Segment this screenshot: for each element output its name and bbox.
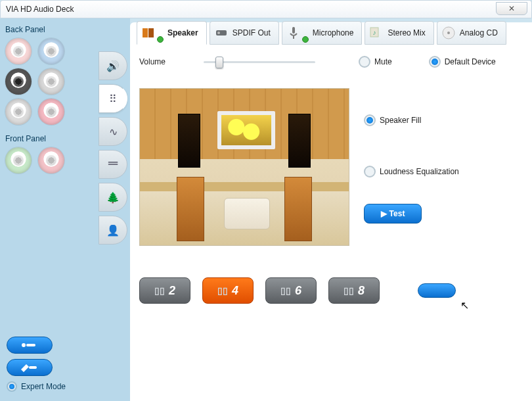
sidetab-channels[interactable]: ⠿ bbox=[99, 84, 127, 113]
check-icon bbox=[157, 36, 164, 43]
tab-speaker[interactable]: Speaker bbox=[137, 21, 207, 45]
front-port-1[interactable] bbox=[38, 147, 64, 174]
config-value: 8 bbox=[358, 284, 365, 298]
speaker-config-4[interactable]: ▯▯4 bbox=[202, 277, 254, 304]
svg-rect-1 bbox=[26, 344, 35, 346]
front-panel-label: Front Panel bbox=[5, 134, 93, 143]
sofa-icon bbox=[224, 198, 270, 229]
config-value: 6 bbox=[295, 284, 301, 298]
speaker-fill-label: Speaker Fill bbox=[380, 116, 421, 125]
config-value: 4 bbox=[232, 284, 238, 298]
connector-icon bbox=[20, 341, 39, 350]
expert-mode-toggle[interactable]: Expert Mode bbox=[7, 381, 66, 392]
speaker-rear-left-icon bbox=[178, 114, 200, 168]
svg-rect-4 bbox=[143, 28, 148, 37]
speakers-icon: ▯▯ bbox=[280, 285, 291, 296]
svg-rect-8 bbox=[292, 27, 295, 34]
slider-thumb[interactable] bbox=[215, 57, 223, 68]
back-panel-label: Back Panel bbox=[5, 25, 93, 34]
tab-label: Stereo Mix bbox=[388, 28, 425, 37]
loudness-eq-toggle[interactable]: Loudness Equalization bbox=[364, 166, 459, 177]
speakers-icon: ▯▯ bbox=[154, 285, 165, 296]
tools-button-2[interactable] bbox=[7, 359, 53, 376]
tab-label: Analog CD bbox=[460, 28, 498, 37]
back-port-0[interactable] bbox=[5, 38, 32, 64]
speaker-config-6[interactable]: ▯▯6 bbox=[265, 277, 317, 304]
mute-label: Mute bbox=[374, 57, 392, 66]
tab-stereomix[interactable]: ♪Stereo Mix bbox=[365, 21, 433, 45]
window-title: VIA HD Audio Deck bbox=[6, 5, 74, 14]
back-port-1[interactable] bbox=[38, 38, 64, 64]
close-icon: ✕ bbox=[508, 4, 515, 13]
close-button[interactable]: ✕ bbox=[496, 2, 527, 15]
analogcd-icon bbox=[441, 26, 456, 40]
config-value: 2 bbox=[169, 284, 175, 298]
back-port-5[interactable] bbox=[38, 99, 64, 125]
expert-mode-radio bbox=[7, 381, 17, 392]
sidetab-eq[interactable]: 𝍡 bbox=[99, 150, 127, 179]
sidetab-room[interactable]: 👤 bbox=[99, 216, 127, 245]
pen-icon bbox=[20, 363, 39, 372]
speaker-fill-toggle[interactable]: Speaker Fill bbox=[364, 114, 459, 126]
default-device-toggle[interactable]: Default Device bbox=[429, 56, 496, 68]
tools-button-1[interactable] bbox=[7, 337, 53, 354]
speaker-icon bbox=[141, 26, 156, 40]
volume-icon: 🔊 bbox=[106, 60, 120, 72]
back-port-4[interactable] bbox=[5, 99, 32, 125]
tab-analogcd[interactable]: Analog CD bbox=[437, 21, 506, 45]
svg-rect-5 bbox=[148, 28, 154, 37]
back-port-2[interactable] bbox=[5, 68, 32, 95]
back-port-3[interactable] bbox=[38, 68, 64, 95]
tab-bar: SpeakerSPDIF OutMicrophone♪Stereo MixAna… bbox=[137, 21, 523, 46]
stereomix-icon: ♪ bbox=[369, 26, 384, 40]
speaker-config-2[interactable]: ▯▯2 bbox=[139, 277, 190, 304]
left-panel: Back Panel Front Panel Expert Mode bbox=[0, 18, 99, 401]
loudness-eq-radio bbox=[364, 166, 376, 177]
volume-slider[interactable] bbox=[204, 55, 315, 68]
mute-radio bbox=[359, 56, 370, 68]
speaker-config-8[interactable]: ▯▯8 bbox=[328, 277, 380, 304]
sidetab-env[interactable]: 🌲 bbox=[99, 183, 127, 212]
speaker-front-left-icon bbox=[177, 177, 204, 241]
svg-rect-3 bbox=[29, 366, 37, 369]
sidetab-tone[interactable]: ∿ bbox=[99, 117, 127, 146]
svg-point-0 bbox=[22, 343, 26, 347]
play-icon: ▶ bbox=[381, 209, 387, 218]
eq-icon: 𝍡 bbox=[108, 158, 118, 172]
expert-mode-label: Expert Mode bbox=[21, 382, 66, 391]
speaker-config-row: ▯▯2▯▯4▯▯6▯▯8 bbox=[139, 277, 523, 304]
svg-marker-2 bbox=[21, 364, 29, 372]
title-bar: VIA HD Audio Deck ✕ bbox=[0, 0, 532, 18]
svg-text:♪: ♪ bbox=[373, 29, 376, 36]
test-label: Test bbox=[389, 209, 405, 218]
mic-icon bbox=[286, 26, 301, 40]
tab-label: SPDIF Out bbox=[233, 28, 271, 37]
tone-icon: ∿ bbox=[109, 126, 118, 138]
front-port-0[interactable] bbox=[5, 147, 32, 174]
tv-icon bbox=[217, 111, 275, 149]
test-button[interactable]: ▶ Test bbox=[364, 204, 422, 224]
speaker-front-right-icon bbox=[284, 177, 312, 241]
speaker-fill-radio bbox=[364, 114, 376, 126]
svg-point-7 bbox=[217, 32, 220, 34]
speaker-rear-right-icon bbox=[288, 114, 311, 168]
mute-toggle[interactable]: Mute bbox=[359, 56, 392, 68]
tab-label: Microphone bbox=[313, 28, 354, 37]
tab-mic[interactable]: Microphone bbox=[282, 21, 363, 45]
volume-label: Volume bbox=[139, 57, 192, 66]
tab-spdif[interactable]: SPDIF Out bbox=[210, 21, 279, 45]
default-device-label: Default Device bbox=[445, 57, 496, 66]
room-preview bbox=[139, 88, 349, 246]
room-icon: 👤 bbox=[106, 224, 120, 237]
speakers-icon: ▯▯ bbox=[344, 285, 354, 296]
default-device-radio bbox=[429, 56, 441, 68]
loudness-eq-label: Loudness Equalization bbox=[380, 167, 459, 176]
env-icon: 🌲 bbox=[106, 191, 120, 204]
tab-label: Speaker bbox=[167, 28, 198, 37]
sidetab-volume[interactable]: 🔊 bbox=[99, 51, 127, 80]
side-tab-strip: 🔊⠿∿𝍡🌲👤 bbox=[99, 18, 130, 401]
svg-point-13 bbox=[447, 32, 450, 34]
main-panel: SpeakerSPDIF OutMicrophone♪Stereo MixAna… bbox=[130, 22, 532, 401]
advanced-config-button[interactable] bbox=[418, 283, 456, 298]
spdif-icon bbox=[214, 26, 229, 40]
